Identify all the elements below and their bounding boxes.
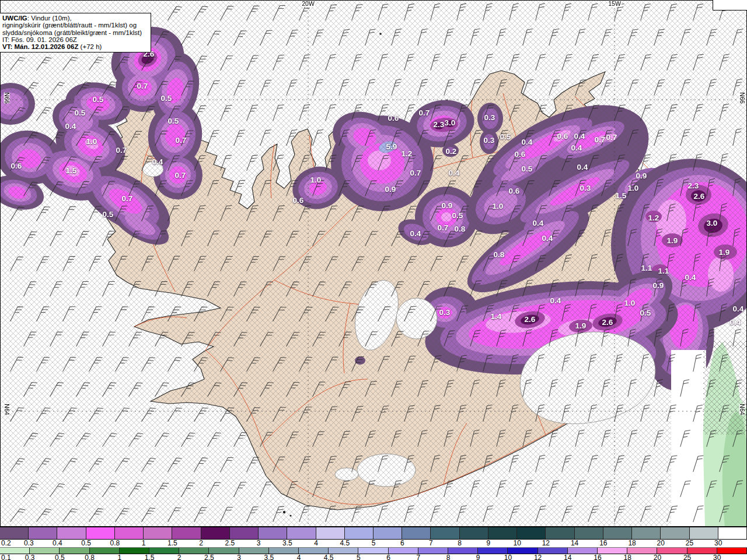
colorbar-segment (374, 527, 402, 539)
colorbar-segment (538, 548, 568, 554)
colorbar-tick-label: 5 (372, 540, 376, 547)
colorbar-segment (657, 548, 687, 554)
colorbar-segment (690, 527, 718, 539)
colorbar-segment (517, 527, 546, 539)
rain-colorbar (0, 547, 747, 554)
colorbar-tick-label: 25 (683, 554, 691, 560)
colorbar-segment (448, 548, 478, 554)
iceland-weather-map (0, 0, 747, 527)
colorbar-tick-label: 9 (476, 554, 480, 560)
colorbar-segment (603, 527, 632, 539)
colorbar-segment (86, 527, 115, 539)
colorbar-tick-label: 4.5 (324, 554, 334, 560)
title-line-init-time: IT: Fös. 09. 01. 2026 06Z (2, 36, 148, 43)
colorbar-tick-label: 2 (177, 554, 181, 560)
colorbar-segment (598, 548, 627, 554)
colorbar-segment (201, 527, 230, 539)
colorbar-tick-label: 18 (624, 554, 631, 560)
weather-forecast-map-app: 2.60.70.50.50.50.40.51.00.70.70.41.50.70… (0, 0, 747, 560)
colorbar-segment (179, 548, 209, 554)
colorbar-tick-label: 1 (117, 554, 121, 560)
colorbar-segment (269, 548, 299, 554)
colorbar-tick-label: 25 (686, 540, 693, 547)
title-line-valid-time: VT: Mán. 12.01.2026 06Z (+72 h) (2, 43, 148, 50)
colorbar-segment (687, 548, 717, 554)
colorbar-tick-label: 10 (504, 554, 512, 560)
colorbar-segment (0, 548, 30, 554)
colorbar-tick-label: 20 (657, 540, 665, 547)
colorbar-segment (478, 548, 508, 554)
colorbar-segment (488, 527, 517, 539)
colorbar-tick-label: 16 (599, 540, 607, 547)
title-line-snow-legend: slydda/snjókoma (grátt/bleikt/grænt - mm… (2, 29, 148, 36)
colorbar-segment (717, 548, 747, 554)
colorbar-tick-label: 3 (257, 540, 261, 547)
colorbar-tick-label: 12 (542, 540, 550, 547)
colorbar-tick-label: 0.5 (55, 554, 65, 560)
colorbar-segment (120, 548, 149, 554)
colorbar-segment (546, 527, 574, 539)
map-canvas: 2.60.70.50.50.50.40.51.00.70.70.41.50.70… (0, 0, 747, 527)
colorbar-segment (418, 548, 448, 554)
colorbar-tick-label: 16 (594, 554, 601, 560)
colorbar-segment (287, 527, 316, 539)
colorbar-segment (627, 548, 657, 554)
colorbar-tick-label: 4.5 (340, 540, 350, 547)
colorbar-segment (632, 527, 661, 539)
colorbar-segment (259, 527, 287, 539)
colorbar-segment (508, 548, 537, 554)
colorbar-segment (115, 527, 144, 539)
colorbar-segment (144, 527, 172, 539)
colorbar-segment (57, 527, 86, 539)
colorbar-tick-label: 6 (400, 540, 404, 547)
colorbar-tick-label: 0.5 (81, 540, 91, 547)
colorbar-segment (402, 527, 431, 539)
colorbar-tick-label: 3 (237, 554, 241, 560)
colorbar-tick-label: 7 (429, 540, 433, 547)
colorbar-segment (299, 548, 329, 554)
sleet-snow-colorbar-labels: 0.20.30.40.50.811.522.533.544.5567891012… (0, 540, 747, 547)
colorbar-segment (575, 527, 603, 539)
colorbar-tick-label: 14 (564, 554, 571, 560)
legend-colorbars: 0.20.30.40.50.811.522.533.544.5567891012… (0, 527, 747, 560)
colorbar-tick-label: 8 (446, 554, 451, 560)
colorbar-segment (209, 548, 239, 554)
colorbar-tick-label: 0.4 (53, 540, 62, 547)
colorbar-tick-label: 10 (513, 540, 521, 547)
title-line-model: UWC/IG: Vindur (10m), (2, 15, 148, 22)
colorbar-segment (431, 527, 459, 539)
colorbar-tick-label: 18 (628, 540, 636, 547)
colorbar-tick-label: 0.8 (110, 540, 120, 547)
colorbar-tick-label: 30 (713, 554, 721, 560)
colorbar-segment (230, 527, 259, 539)
colorbar-tick-label: 0.3 (24, 540, 34, 547)
colorbar-segment (172, 527, 201, 539)
crosshatch-overlay (0, 0, 747, 527)
colorbar-segment (29, 527, 57, 539)
colorbar-tick-label: 2.5 (225, 540, 235, 547)
colorbar-tick-label: 9 (487, 540, 491, 547)
colorbar-tick-label: 0.1 (1, 554, 11, 560)
forecast-info-box: UWC/IG: Vindur (10m), rigning/skúrir (gr… (0, 13, 151, 52)
colorbar-tick-label: 5 (357, 554, 361, 560)
colorbar-tick-label: 14 (571, 540, 578, 547)
colorbar-tick-label: 12 (534, 554, 542, 560)
colorbar-tick-label: 0.2 (1, 540, 11, 547)
colorbar-segment (329, 548, 358, 554)
colorbar-segment (460, 527, 488, 539)
top-right-box (713, 0, 747, 10)
colorbar-tick-label: 4 (314, 540, 318, 547)
colorbar-segment (345, 527, 374, 539)
colorbar-segment (0, 527, 29, 539)
colorbar-tick-label: 1.5 (167, 540, 177, 547)
colorbar-tick-label: 7 (416, 554, 420, 560)
colorbar-tick-label: 2 (199, 540, 203, 547)
colorbar-segment (358, 548, 388, 554)
colorbar-tick-label: 2.5 (204, 554, 214, 560)
colorbar-segment (718, 527, 747, 539)
colorbar-segment (568, 548, 598, 554)
colorbar-tick-label: 3.5 (282, 540, 292, 547)
colorbar-tick-label: 1 (142, 540, 146, 547)
colorbar-segment (90, 548, 120, 554)
colorbar-segment (316, 527, 345, 539)
